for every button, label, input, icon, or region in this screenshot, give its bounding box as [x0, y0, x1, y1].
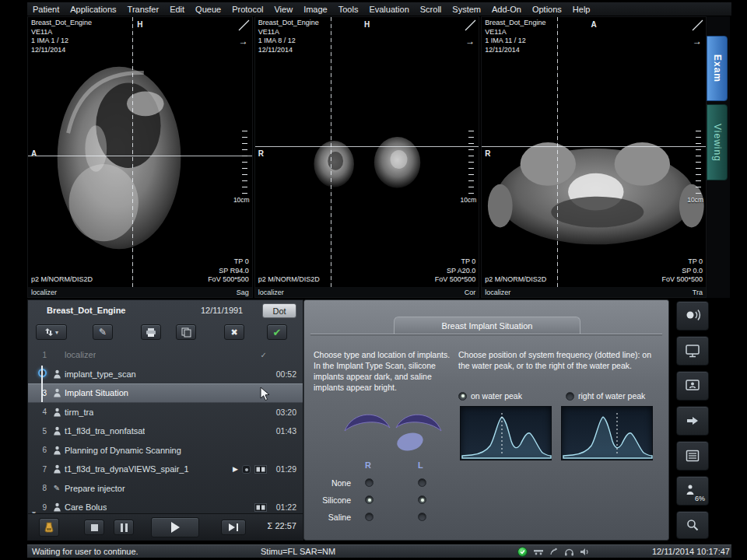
scale-label: 10cm [687, 196, 703, 205]
monitor-person-icon [684, 378, 701, 394]
play-button[interactable] [151, 517, 199, 537]
table-position: TP 0 [435, 257, 476, 267]
scale-label: 10cm [233, 196, 250, 205]
page-arrow-icon[interactable]: → [465, 36, 475, 47]
step-tirm-tra[interactable]: 4 tirm_tra 03:20 [28, 403, 303, 422]
crosshair-vertical[interactable] [557, 17, 558, 287]
step-t1-fl3d-dynaviews[interactable]: 7 t1_fl3d_tra_dynaVIEWS_spair_1 ▶ 01:29 [28, 460, 303, 479]
tab-viewing[interactable]: Viewing [707, 104, 728, 180]
step-prepare-injector[interactable]: 8 ✎ Prepare injector [28, 479, 303, 499]
view-options-button[interactable]: ▾ [36, 324, 67, 340]
crosshair-horizontal[interactable] [482, 146, 706, 147]
step-localizer[interactable]: 1 localizer ✓ [28, 345, 303, 365]
menu-item-evaluation[interactable]: Evaluation [363, 4, 414, 15]
plane-label: Sag [237, 289, 249, 296]
display-layout-button[interactable] [676, 336, 709, 366]
position-info: TP 0 SP A20.0 FoV 500*500 [435, 257, 476, 285]
page-arrow-icon[interactable]: → [239, 36, 248, 47]
skip-button[interactable] [221, 520, 246, 535]
viewport-transversal[interactable]: Breast_Dot_Engine VE11A 1 IMA 11 / 12 12… [481, 16, 707, 298]
transport-controls: Σ 22:57 [28, 513, 303, 540]
step-label: t1_fl3d_tra_nonfatsat [65, 426, 145, 436]
magnifier-button[interactable] [676, 511, 709, 539]
menu-item-applications[interactable]: Applications [65, 4, 121, 15]
radio-silicone-right[interactable] [365, 495, 374, 504]
dot-button[interactable]: Dot [262, 303, 296, 318]
stop-button[interactable] [84, 520, 104, 535]
radio-label: right of water peak [578, 391, 645, 401]
sar-monitor-button[interactable]: 6% [676, 476, 709, 506]
crosshair-vertical[interactable] [331, 17, 331, 287]
headphones-icon [564, 548, 574, 556]
table-position: TP 0 [661, 257, 703, 267]
series-name: localizer [485, 289, 510, 296]
menu-item-tools[interactable]: Tools [333, 4, 364, 15]
software-version: VE11A [258, 28, 319, 37]
step-implant-type-scan[interactable]: implant_type_scan 00:52 [28, 365, 303, 384]
copy-button[interactable] [176, 324, 196, 340]
radio-saline-left[interactable] [418, 513, 426, 521]
option-label: Saline [310, 513, 351, 522]
radio-silicone-left[interactable] [418, 495, 426, 504]
copy-icon [181, 327, 191, 338]
menu-item-protocol[interactable]: Protocol [226, 4, 268, 15]
radio-right-of-water-peak[interactable]: right of water peak [566, 391, 645, 401]
page-arrow-icon[interactable]: → [693, 36, 702, 47]
step-number: 8 [28, 484, 47, 492]
crosshair-horizontal[interactable] [28, 156, 252, 156]
step-implant-situation[interactable]: 3 Implant Situation [28, 383, 303, 403]
radio-none-left[interactable] [418, 478, 426, 487]
list-icon [684, 448, 701, 464]
pause-button[interactable] [114, 520, 134, 535]
menu-item-scroll[interactable]: Scroll [415, 4, 447, 15]
scope-indicator [41, 366, 43, 402]
menu-item-system[interactable]: System [447, 4, 486, 15]
print-button[interactable] [141, 324, 161, 340]
radio-none-right[interactable] [365, 478, 374, 487]
step-time: 01:29 [267, 464, 303, 474]
menu-item-help[interactable]: Help [567, 4, 596, 15]
step-label: Implant Situation [65, 388, 128, 397]
protocol-step-list: 1 localizer ✓ implant_type_scan 00:52 [28, 345, 303, 517]
menu-item-patient[interactable]: Patient [27, 4, 65, 15]
confirm-button[interactable]: ✔ [267, 324, 287, 340]
mri-image-coronal[interactable] [255, 17, 479, 287]
patient-table-icon [533, 548, 544, 555]
step-planning-dynamic[interactable]: 6 Planning of Dynamic Scanning [28, 441, 303, 460]
tab-exam[interactable]: Exam [707, 36, 728, 101]
crosshair-horizontal[interactable] [255, 146, 479, 147]
radio-saline-right[interactable] [365, 513, 374, 521]
pencil-icon: ✎ [99, 327, 107, 338]
transfer-button[interactable] [676, 406, 709, 436]
step-time: 01:22 [267, 502, 303, 512]
radio-icon[interactable] [458, 392, 467, 401]
menu-item-image[interactable]: Image [298, 4, 333, 15]
edit-protocol-button[interactable]: ✎ [93, 324, 113, 340]
image-number: 1 IMA 1 / 12 [31, 37, 92, 46]
menu-item-addon[interactable]: Add-On [486, 4, 527, 15]
menu-item-view[interactable]: View [268, 4, 298, 15]
menu-item-queue[interactable]: Queue [190, 4, 226, 15]
intercom-button[interactable] [676, 301, 709, 331]
mri-image-transversal[interactable] [482, 17, 706, 287]
crosshair-vertical[interactable] [132, 17, 133, 287]
menu-item-transfer[interactable]: Transfer [122, 4, 165, 15]
viewport-coronal[interactable]: Breast_Dot_Engine VE11A 1 IMA 8 / 12 12/… [254, 16, 480, 298]
step-t1-fl3d-nonfatsat[interactable]: 5 t1_fl3d_tra_nonfatsat 01:43 [28, 422, 303, 441]
patient-view-button[interactable] [676, 371, 709, 401]
corner-handle-icon[interactable] [692, 19, 703, 31]
menu-item-edit[interactable]: Edit [164, 4, 190, 15]
mri-image-sagittal[interactable] [28, 17, 252, 287]
injector-status-button[interactable] [39, 518, 59, 537]
radio-on-water-peak[interactable]: on water peak [458, 391, 522, 401]
status-message: Waiting for user to continue. [32, 547, 139, 556]
menu-item-options[interactable]: Options [527, 4, 567, 15]
viewport-sagittal[interactable]: Breast_Dot_Engine VE11A 1 IMA 1 / 12 12/… [27, 16, 253, 298]
corner-handle-icon[interactable] [465, 19, 476, 31]
close-icon: ✖ [230, 327, 237, 338]
protocol-queue-button[interactable] [676, 441, 709, 471]
corner-handle-icon[interactable] [238, 19, 250, 31]
cancel-button[interactable]: ✖ [224, 324, 244, 340]
step-play-icon[interactable]: ▶ [233, 465, 238, 473]
radio-icon[interactable] [566, 392, 574, 401]
